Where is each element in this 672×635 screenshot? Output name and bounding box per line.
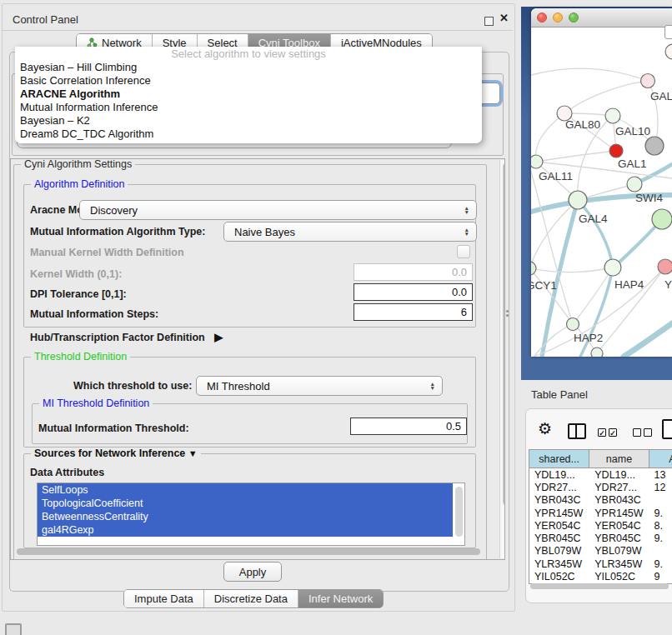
gear-icon[interactable]: ⚙ — [538, 421, 552, 437]
table-cell: YDL19... — [589, 469, 649, 481]
table-row[interactable]: YLR345WYLR345W9. — [529, 558, 672, 570]
list-scrollbar-thumb[interactable] — [455, 487, 463, 537]
network-canvas[interactable]: GALGAL80GAL10GAL1GAL11SWI4GAL4GCY1HAP4YH… — [531, 27, 672, 357]
tab-impute-data[interactable]: Impute Data — [124, 590, 204, 608]
table-row[interactable]: YBL079WYBL079W — [529, 545, 672, 558]
table-row[interactable]: YDR27...YDR27...12 — [529, 481, 672, 493]
scrollbar-thumb[interactable] — [503, 162, 506, 506]
table-row[interactable]: YER054CYER054C8. — [529, 519, 672, 532]
network-node[interactable] — [641, 74, 655, 88]
algorithm-option[interactable]: ARACNE Algorithm — [15, 88, 482, 101]
network-window[interactable]: GALGAL80GAL10GAL1GAL11SWI4GAL4GCY1HAP4YH… — [531, 8, 672, 357]
apply-button[interactable]: Apply — [223, 562, 282, 582]
table-horizontal-scrollbar[interactable] — [529, 582, 670, 590]
stepper-arrows-icon: ▲▼ — [464, 228, 469, 236]
group-title: MI Threshold Definition — [39, 398, 153, 409]
select-all-columns-icon[interactable]: ✓✓ — [598, 428, 617, 437]
algorithm-option[interactable]: Dream8 DC_TDC Algorithm — [15, 128, 482, 141]
mi-type-label: Mutual Information Algorithm Type: — [30, 226, 205, 238]
table-row[interactable]: YBR043CYBR043C — [529, 494, 672, 507]
data-attributes-list[interactable]: SelfLoopsTopologicalCoefficientBetweenne… — [37, 482, 465, 546]
horizontal-scrollbar[interactable] — [13, 548, 489, 556]
mi-steps-label: Mutual Information Steps: — [30, 308, 158, 320]
network-node[interactable] — [605, 108, 620, 123]
algorithm-option[interactable]: Bayesian – Hill Climbing — [15, 61, 482, 74]
attribute-option[interactable]: TopologicalCoefficient — [38, 497, 453, 510]
table-row[interactable]: YPR145WYPR145W9. — [529, 507, 672, 519]
algorithm-option[interactable]: Bayesian – K2 — [15, 114, 482, 128]
stepper-arrows-icon: ▲▼ — [464, 206, 469, 214]
network-node[interactable] — [591, 348, 603, 357]
network-node[interactable] — [665, 44, 672, 59]
network-edge[interactable] — [531, 268, 613, 272]
aracne-mode-combobox[interactable]: Discovery ▲▼ — [79, 200, 477, 220]
network-edge[interactable] — [531, 68, 648, 81]
network-edge[interactable] — [564, 81, 648, 113]
network-edge[interactable] — [624, 323, 672, 357]
network-edge[interactable] — [535, 113, 564, 162]
tab-discretize-data[interactable]: Discretize Data — [204, 590, 298, 608]
scrollbar-thumb[interactable] — [17, 548, 480, 555]
node-label: GAL10 — [615, 125, 650, 138]
minimize-light-icon[interactable] — [553, 12, 563, 22]
columns-icon[interactable] — [568, 423, 586, 439]
table-row[interactable]: YIL052CYIL052C9 — [529, 570, 672, 582]
table-cell: 9. — [649, 508, 672, 519]
minimized-panel-icon[interactable] — [5, 623, 22, 635]
attribute-option[interactable]: SelfLoops — [38, 483, 453, 497]
close-icon[interactable]: ✕ — [499, 12, 509, 24]
export-table-icon[interactable] — [662, 419, 672, 439]
network-node[interactable] — [609, 144, 623, 158]
attribute-option[interactable]: BetweennessCentrality — [38, 510, 453, 523]
network-node[interactable] — [531, 262, 536, 275]
which-threshold-combobox[interactable]: MI Threshold ▲▼ — [196, 376, 443, 396]
column-header[interactable]: name — [589, 450, 649, 468]
deselect-all-columns-icon[interactable] — [633, 428, 652, 437]
mi-steps-field[interactable] — [354, 303, 473, 321]
network-node[interactable] — [627, 177, 642, 192]
network-edge[interactable] — [536, 151, 616, 162]
scrollbar-thumb[interactable] — [530, 583, 669, 589]
algorithm-option-list: Bayesian – Hill ClimbingBasic Correlatio… — [15, 61, 482, 141]
column-header[interactable]: shared... — [529, 450, 589, 468]
tab-infer-network[interactable]: Infer Network — [298, 590, 383, 608]
node-table: shared... name A YDL19...YDL19...13YDR27… — [529, 449, 672, 584]
dpi-tolerance-field[interactable] — [354, 283, 473, 301]
network-node[interactable] — [604, 259, 621, 276]
network-edge[interactable] — [531, 268, 573, 324]
network-edge[interactable] — [578, 200, 613, 267]
network-node[interactable] — [569, 191, 587, 209]
attribute-option[interactable]: gal4RGexp — [38, 523, 453, 537]
mi-threshold-field[interactable] — [350, 418, 467, 435]
sources-toggle[interactable]: Sources for Network Inference ▼ — [31, 448, 201, 459]
algorithm-option[interactable]: Basic Correlation Inference — [15, 74, 482, 88]
which-threshold-label: Which threshold to use: — [73, 380, 192, 392]
splitter-handle[interactable] — [506, 308, 509, 317]
network-node[interactable] — [658, 259, 672, 274]
table-row[interactable]: YDL19...YDL19...13 — [529, 468, 672, 481]
vertical-scrollbar[interactable] — [499, 160, 505, 558]
network-window-titlebar[interactable] — [531, 8, 672, 28]
close-light-icon[interactable] — [537, 12, 547, 22]
mi-type-combobox[interactable]: Naive Bayes ▲▼ — [223, 222, 477, 242]
node-label: SWI4 — [635, 192, 663, 204]
network-node[interactable] — [567, 318, 579, 331]
network-node[interactable] — [645, 137, 664, 155]
network-edge[interactable] — [534, 324, 573, 357]
algorithm-option[interactable]: Mutual Information Inference — [15, 101, 482, 114]
table-panel: ⚙ ✓✓ shared... name A YDL19...YDL19...13… — [525, 408, 672, 603]
table-cell: 8. — [649, 520, 672, 532]
network-node[interactable] — [531, 155, 543, 168]
manual-kernel-checkbox[interactable] — [457, 245, 470, 258]
hub-section-toggle[interactable]: Hub/Transcription Factor Definition ▶ — [30, 331, 223, 343]
kernel-width-field[interactable] — [354, 263, 473, 281]
float-window-icon[interactable] — [484, 17, 494, 26]
column-header[interactable]: A — [649, 450, 672, 468]
zoom-light-icon[interactable] — [569, 12, 579, 22]
network-overlay-box[interactable] — [664, 25, 672, 39]
table-row[interactable]: YBR045CYBR045C9. — [529, 532, 672, 544]
dpi-tolerance-label: DPI Tolerance [0,1]: — [30, 288, 127, 300]
node-label: HAP4 — [614, 278, 644, 291]
network-node[interactable] — [652, 209, 672, 229]
table-cell: 9. — [649, 532, 672, 544]
